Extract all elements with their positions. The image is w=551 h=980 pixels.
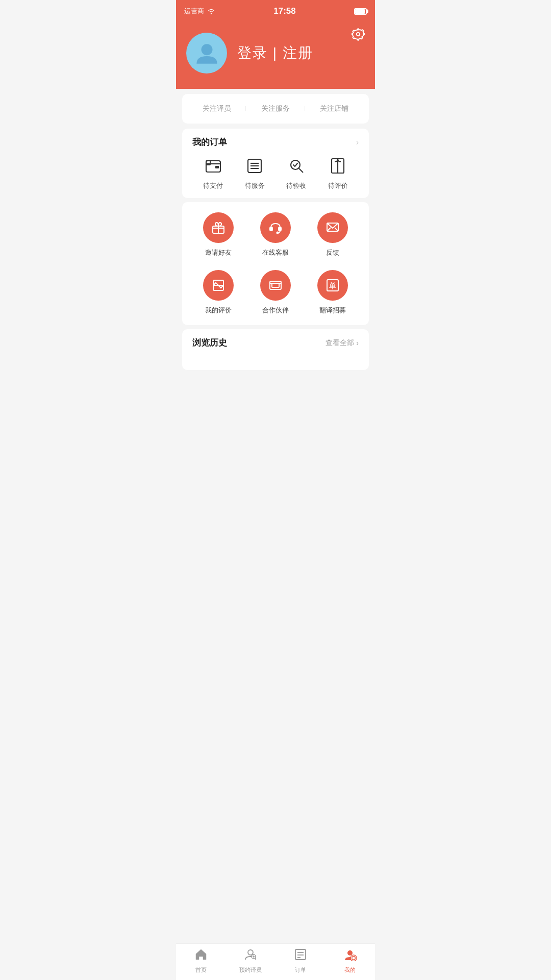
order-pending-acceptance-label: 待验收 — [286, 181, 306, 190]
nav-book-translator[interactable]: 预约译员 — [226, 948, 276, 974]
svg-text:单: 单 — [329, 282, 337, 290]
svg-point-39 — [353, 957, 355, 960]
svg-point-36 — [347, 950, 353, 955]
order-pending-service-label: 待服务 — [245, 181, 265, 190]
services-grid: 邀请好友 在线客服 — [190, 212, 361, 315]
settings-icon[interactable] — [352, 28, 365, 44]
service-evaluation[interactable]: 我的评价 — [190, 270, 247, 315]
svg-rect-3 — [215, 166, 219, 168]
nav-orders[interactable]: 订单 — [276, 948, 325, 974]
search-check-icon — [286, 156, 307, 176]
status-time: 17:58 — [273, 6, 295, 16]
order-pending-review-label: 待评价 — [328, 181, 348, 190]
history-section: 浏览历史 查看全部 › — [182, 329, 369, 370]
home-icon — [194, 948, 208, 964]
avatar-icon — [193, 39, 221, 67]
service-evaluation-label: 我的评价 — [205, 306, 232, 315]
orders-title: 我的订单 — [192, 136, 227, 148]
service-recruit[interactable]: 单 翻译招募 — [304, 270, 361, 315]
orders-nav-icon — [294, 948, 307, 964]
status-left: 运营商 — [184, 7, 215, 16]
order-pending-review[interactable]: 待评价 — [328, 156, 348, 190]
nav-home[interactable]: 首页 — [176, 948, 226, 974]
nav-mine-label: 我的 — [344, 966, 356, 974]
service-feedback[interactable]: 反馈 — [304, 212, 361, 257]
headset-icon-circle — [260, 212, 291, 243]
service-support[interactable]: 在线客服 — [247, 212, 304, 257]
follow-shop[interactable]: 关注店铺 — [305, 104, 364, 113]
feedback-icon-circle — [317, 212, 348, 243]
bottom-nav: 首页 预约译员 订单 — [176, 943, 375, 980]
follow-service[interactable]: 关注服务 — [246, 104, 305, 113]
login-register-text[interactable]: 登录 | 注册 — [237, 43, 313, 63]
mine-icon — [343, 948, 357, 964]
history-header: 浏览历史 查看全部 › — [192, 337, 359, 349]
service-recruit-label: 翻译招募 — [319, 306, 346, 315]
evaluation-icon-circle — [203, 270, 234, 301]
follow-translator[interactable]: 关注译员 — [187, 104, 246, 113]
svg-rect-14 — [270, 227, 272, 231]
svg-rect-15 — [279, 227, 281, 231]
svg-point-28 — [248, 950, 253, 955]
profile-section[interactable]: 登录 | 注册 — [186, 33, 365, 74]
header: 登录 | 注册 — [176, 22, 375, 89]
svg-line-19 — [335, 228, 338, 231]
service-partner-label: 合作伙伴 — [262, 306, 289, 315]
avatar — [186, 33, 227, 74]
follow-section: 关注译员 关注服务 关注店铺 — [182, 94, 369, 124]
orders-header[interactable]: 我的订单 › — [192, 136, 359, 148]
wallet-icon — [203, 156, 223, 176]
orders-section: 我的订单 › 待支付 — [182, 129, 369, 198]
svg-line-18 — [327, 228, 331, 231]
order-items-grid: 待支付 待服务 待验收 — [192, 156, 359, 190]
history-title: 浏览历史 — [192, 337, 227, 349]
nav-home-label: 首页 — [195, 966, 207, 974]
order-pending-payment-label: 待支付 — [203, 181, 223, 190]
service-invite[interactable]: 邀请好友 — [190, 212, 247, 257]
orders-chevron: › — [356, 138, 359, 147]
svg-rect-23 — [272, 283, 279, 287]
carrier-text: 运营商 — [184, 7, 204, 16]
nav-mine[interactable]: 我的 — [325, 948, 375, 974]
order-pending-service[interactable]: 待服务 — [244, 156, 265, 190]
svg-point-9 — [291, 160, 300, 169]
service-invite-label: 邀请好友 — [205, 248, 232, 257]
recruit-icon-circle: 单 — [317, 270, 348, 301]
list-icon — [244, 156, 265, 176]
status-right — [354, 8, 367, 15]
service-feedback-label: 反馈 — [326, 248, 339, 257]
view-all-button[interactable]: 查看全部 › — [325, 338, 359, 348]
book-icon — [328, 156, 348, 176]
partner-icon-circle — [260, 270, 291, 301]
nav-orders-label: 订单 — [295, 966, 306, 974]
svg-point-16 — [277, 232, 279, 234]
battery-icon — [354, 8, 367, 15]
service-partner[interactable]: 合作伙伴 — [247, 270, 304, 315]
translator-icon — [244, 948, 257, 964]
status-bar: 运营商 17:58 — [176, 0, 375, 22]
svg-point-0 — [357, 33, 360, 36]
wifi-icon — [207, 8, 215, 15]
svg-rect-32 — [295, 949, 306, 960]
gift-icon-circle — [203, 212, 234, 243]
order-pending-acceptance[interactable]: 待验收 — [286, 156, 307, 190]
service-support-label: 在线客服 — [262, 248, 289, 257]
order-pending-payment[interactable]: 待支付 — [203, 156, 223, 190]
svg-line-10 — [299, 168, 303, 173]
services-section: 邀请好友 在线客服 — [182, 202, 369, 325]
svg-point-1 — [201, 44, 212, 55]
nav-book-translator-label: 预约译员 — [239, 966, 262, 974]
